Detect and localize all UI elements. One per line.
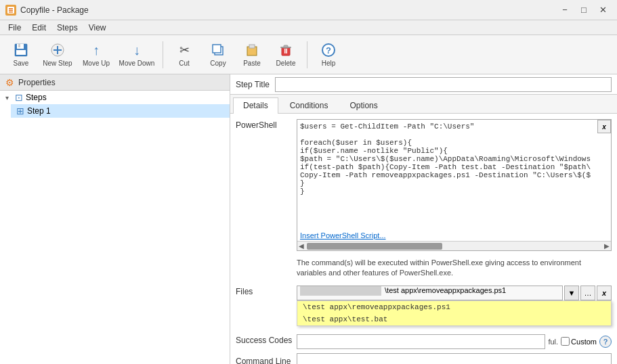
app-icon xyxy=(5,5,16,16)
info-spacer xyxy=(236,255,297,256)
tabs-bar: Details Conditions Options xyxy=(230,95,617,114)
cut-label: Cut xyxy=(179,60,190,67)
files-row: Files \test appx\removeappxpackages.ps1 … xyxy=(236,286,612,300)
move-up-label: Move Up xyxy=(83,60,110,67)
step1-node[interactable]: ⊞ Step 1 xyxy=(11,104,230,118)
custom-label: Custom xyxy=(561,337,597,346)
custom-checkbox[interactable] xyxy=(561,337,570,346)
files-input-wrap: \test appx\removeappxpackages.ps1 ▼ … x xyxy=(297,286,612,300)
help-button[interactable]: ? Help xyxy=(313,39,344,71)
files-dropdown: \test appx\removeappxpackages.ps1 \test … xyxy=(297,300,612,326)
success-ful-text: ful. xyxy=(548,338,558,346)
svg-rect-17 xyxy=(280,47,291,48)
copy-icon xyxy=(210,42,226,58)
scroll-right-icon: ▶ xyxy=(604,242,610,250)
svg-rect-19 xyxy=(286,49,288,53)
svg-rect-6 xyxy=(18,44,20,47)
success-codes-input[interactable] xyxy=(297,334,545,349)
new-step-button[interactable]: New Step xyxy=(39,39,76,71)
props-icon: ⚙ xyxy=(5,77,14,88)
svg-rect-2 xyxy=(9,9,13,11)
paste-label: Paste xyxy=(243,60,261,67)
command-line-label: Command Line xyxy=(236,355,297,364)
powershell-control: $users = Get-ChildItem -Path "C:\Users" … xyxy=(297,119,612,251)
save-label: Save xyxy=(14,60,29,67)
steps-expand-icon: ▾ xyxy=(5,94,12,101)
tab-details[interactable]: Details xyxy=(233,97,278,114)
content-area: PowerShell $users = Get-ChildItem -Path … xyxy=(230,114,617,364)
copy-button[interactable]: Copy xyxy=(203,39,234,71)
step-title-label: Step Title xyxy=(236,80,270,89)
step-title-row: Step Title xyxy=(230,74,617,95)
toolbar: Save New Step Move Up Move Down Cut Cop xyxy=(0,35,617,74)
menu-bar: File Edit Steps View xyxy=(0,20,617,35)
ps-scrollbar: ◀ ▶ xyxy=(297,241,611,250)
tab-conditions[interactable]: Conditions xyxy=(280,97,339,113)
tab-options[interactable]: Options xyxy=(339,97,387,113)
svg-text:?: ? xyxy=(326,45,331,55)
menu-edit[interactable]: Edit xyxy=(26,22,51,34)
info-row: The command(s) will be executed within P… xyxy=(236,255,612,281)
delete-icon xyxy=(278,42,294,58)
steps-label: Steps xyxy=(26,93,47,102)
move-down-label: Move Down xyxy=(119,60,155,67)
svg-rect-1 xyxy=(9,8,13,9)
move-down-button[interactable]: Move Down xyxy=(116,39,157,71)
left-panel: ⚙ Properties ▾ ⊡ Steps ⊞ Step 1 xyxy=(0,74,230,364)
svg-rect-14 xyxy=(249,45,255,48)
menu-file[interactable]: File xyxy=(3,22,26,34)
menu-view[interactable]: View xyxy=(83,22,112,34)
save-button[interactable]: Save xyxy=(5,39,37,71)
files-value: \test appx\removeappxpackages.ps1 xyxy=(385,286,506,294)
files-dropdown-btn[interactable]: ▼ xyxy=(564,286,579,300)
files-label: Files xyxy=(236,286,297,296)
step1-icon: ⊞ xyxy=(16,106,24,116)
dropdown-item-1[interactable]: \test appx\test.bat xyxy=(297,313,611,325)
delete-label: Delete xyxy=(276,60,296,67)
main-layout: ⚙ Properties ▾ ⊡ Steps ⊞ Step 1 Step Tit… xyxy=(0,74,617,364)
dropdown-item-0[interactable]: \test appx\removeappxpackages.ps1 xyxy=(297,301,611,313)
command-line-input[interactable] xyxy=(297,353,612,364)
insert-script-link[interactable]: Insert PowerShell Script... xyxy=(297,230,611,241)
title-bar: Copyfile - Package − □ ✕ xyxy=(0,0,617,20)
powershell-textarea[interactable]: $users = Get-ChildItem -Path "C:\Users" … xyxy=(297,120,611,228)
steps-icon: ⊡ xyxy=(15,92,23,103)
svg-rect-10 xyxy=(54,49,62,51)
new-step-label: New Step xyxy=(43,60,72,67)
cut-button[interactable]: Cut xyxy=(169,39,200,71)
powershell-label: PowerShell xyxy=(236,119,297,130)
powershell-row: PowerShell $users = Get-ChildItem -Path … xyxy=(236,119,612,251)
close-button[interactable]: ✕ xyxy=(594,3,612,17)
properties-label: Properties xyxy=(18,78,56,87)
move-up-icon xyxy=(88,42,104,58)
powershell-container: $users = Get-ChildItem -Path "C:\Users" … xyxy=(297,119,612,251)
scroll-left-icon: ◀ xyxy=(299,242,304,250)
paste-icon xyxy=(244,42,260,58)
command-line-row: Command Line xyxy=(236,353,612,364)
cut-icon xyxy=(176,42,192,58)
success-help-btn[interactable]: ? xyxy=(599,336,612,348)
success-codes-row: Success Codes ful. Custom ? xyxy=(236,334,612,349)
maximize-button[interactable]: □ xyxy=(575,3,593,17)
files-var-btn[interactable]: x xyxy=(597,286,612,300)
success-codes-label: Success Codes xyxy=(236,334,297,345)
delete-button[interactable]: Delete xyxy=(270,39,301,71)
info-text: The command(s) will be executed within P… xyxy=(297,258,612,279)
step1-label: Step 1 xyxy=(27,106,51,116)
paste-button[interactable]: Paste xyxy=(236,39,268,71)
window-title: Copyfile - Package xyxy=(20,5,556,15)
scroll-thumb xyxy=(307,243,442,250)
files-browse-btn[interactable]: … xyxy=(580,286,595,300)
minimize-button[interactable]: − xyxy=(556,3,574,17)
files-input[interactable]: \test appx\removeappxpackages.ps1 xyxy=(297,286,563,300)
help-label: Help xyxy=(322,60,336,67)
save-icon xyxy=(13,42,29,58)
move-up-button[interactable]: Move Up xyxy=(79,39,114,71)
svg-rect-7 xyxy=(16,50,26,55)
step-title-input[interactable] xyxy=(275,77,612,92)
menu-steps[interactable]: Steps xyxy=(51,22,83,34)
var-button[interactable]: x xyxy=(597,120,611,133)
steps-node[interactable]: ▾ ⊡ Steps xyxy=(0,91,230,104)
window-controls: − □ ✕ xyxy=(556,3,612,17)
new-step-icon xyxy=(49,42,66,58)
